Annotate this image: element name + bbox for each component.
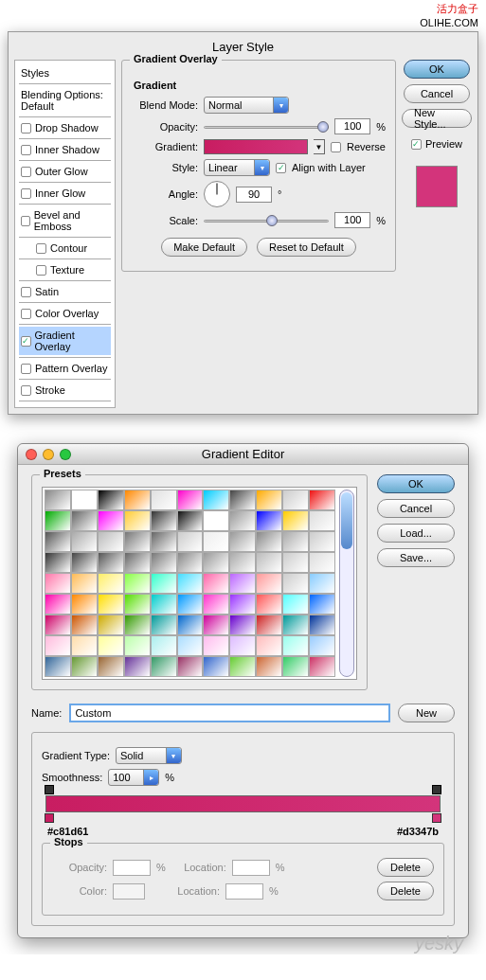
preset-thumb[interactable] [124, 573, 151, 594]
preset-thumb[interactable] [98, 510, 124, 531]
preset-thumb[interactable] [124, 594, 151, 615]
blending-options[interactable]: Blending Options: Default [19, 86, 111, 115]
preset-thumb[interactable] [203, 635, 229, 656]
checkbox[interactable] [36, 243, 46, 254]
style-item[interactable]: Inner Shadow [19, 141, 111, 158]
new-button[interactable]: New [398, 704, 455, 722]
preset-thumb[interactable] [71, 635, 98, 656]
preset-thumb[interactable] [282, 573, 309, 594]
preset-thumb[interactable] [151, 594, 177, 615]
checkbox[interactable] [21, 309, 31, 319]
preset-thumb[interactable] [256, 531, 282, 552]
preset-thumb[interactable] [309, 552, 335, 573]
delete-opacity-stop-button[interactable]: Delete [377, 858, 434, 877]
checkbox[interactable] [21, 364, 31, 374]
checkbox[interactable] [21, 167, 31, 177]
preset-thumb[interactable] [256, 573, 282, 594]
preset-thumb[interactable] [203, 531, 229, 552]
preset-thumb[interactable] [203, 615, 229, 635]
gradient-swatch[interactable] [204, 139, 308, 154]
preset-thumb[interactable] [98, 615, 124, 635]
preset-thumb[interactable] [229, 573, 256, 594]
preset-thumb[interactable] [98, 490, 124, 510]
preset-thumb[interactable] [282, 615, 309, 635]
preset-thumb[interactable] [71, 531, 98, 552]
preset-thumb[interactable] [203, 573, 229, 594]
preset-thumb[interactable] [256, 552, 282, 573]
preset-thumb[interactable] [177, 552, 204, 573]
preset-thumb[interactable] [151, 573, 177, 594]
preset-thumb[interactable] [229, 531, 256, 552]
preset-thumb[interactable] [309, 490, 335, 510]
ge-ok-button[interactable]: OK [377, 474, 455, 493]
color-stop-left[interactable] [45, 813, 54, 823]
style-item[interactable]: Inner Glow [19, 185, 111, 202]
preset-thumb[interactable] [256, 656, 282, 677]
style-item[interactable]: Outer Glow [19, 163, 111, 180]
preset-thumb[interactable] [309, 615, 335, 635]
preset-thumb[interactable] [309, 531, 335, 552]
new-style-button[interactable]: New Style... [402, 109, 472, 128]
preset-thumb[interactable] [309, 635, 335, 656]
preset-thumb[interactable] [309, 573, 335, 594]
style-item[interactable]: Bevel and Emboss [19, 206, 111, 235]
preset-thumb[interactable] [124, 490, 151, 510]
preset-thumb[interactable] [124, 510, 151, 531]
preset-thumb[interactable] [177, 656, 204, 677]
preset-thumb[interactable] [45, 552, 71, 573]
preset-thumb[interactable] [256, 635, 282, 656]
style-item[interactable]: Drop Shadow [19, 119, 111, 136]
preset-thumb[interactable] [177, 635, 204, 656]
preset-thumb[interactable] [71, 594, 98, 615]
preset-thumb[interactable] [256, 615, 282, 635]
preset-thumb[interactable] [98, 573, 124, 594]
stop-color-well[interactable] [113, 883, 145, 900]
preset-thumb[interactable] [203, 594, 229, 615]
preset-thumb[interactable] [309, 510, 335, 531]
preview-checkbox[interactable]: ✓ [411, 139, 422, 150]
preset-thumb[interactable] [282, 552, 309, 573]
preset-thumb[interactable] [45, 635, 71, 656]
opacity-stop-left[interactable] [45, 785, 54, 794]
gradient-dropdown[interactable]: ▼ [314, 139, 325, 154]
preset-thumb[interactable] [45, 490, 71, 510]
preset-thumb[interactable] [151, 490, 177, 510]
opacity-slider[interactable] [204, 120, 329, 134]
preset-thumb[interactable] [282, 510, 309, 531]
gradient-bar[interactable] [45, 795, 441, 812]
name-input[interactable]: Custom [69, 704, 390, 722]
preset-thumb[interactable] [151, 615, 177, 635]
opacity-value[interactable]: 100 [334, 118, 370, 134]
preset-thumb[interactable] [309, 594, 335, 615]
scale-value[interactable]: 100 [334, 212, 370, 228]
preset-thumb[interactable] [98, 656, 124, 677]
ge-cancel-button[interactable]: Cancel [377, 499, 455, 518]
ok-button[interactable]: OK [404, 60, 470, 79]
stop-opacity-field[interactable] [113, 860, 151, 876]
preset-thumb[interactable] [98, 594, 124, 615]
stop-location-field[interactable] [232, 860, 270, 876]
preset-thumb[interactable] [151, 656, 177, 677]
preset-thumb[interactable] [71, 615, 98, 635]
ge-save-button[interactable]: Save... [377, 548, 455, 567]
style-item[interactable]: Color Overlay [19, 305, 111, 322]
preset-thumb[interactable] [71, 573, 98, 594]
style-item[interactable]: Pattern Overlay [19, 360, 111, 377]
style-item[interactable]: Contour [19, 240, 111, 257]
preset-thumb[interactable] [203, 656, 229, 677]
preset-thumb[interactable] [124, 615, 151, 635]
preset-thumb[interactable] [229, 552, 256, 573]
checkbox[interactable] [21, 385, 31, 396]
blend-mode-select[interactable]: Normal▾ [204, 97, 289, 114]
preset-thumb[interactable] [124, 552, 151, 573]
opacity-stop-right[interactable] [432, 785, 441, 794]
preset-thumb[interactable] [177, 531, 204, 552]
align-checkbox[interactable]: ✓ [276, 163, 286, 173]
preset-thumb[interactable] [124, 656, 151, 677]
preset-thumb[interactable] [282, 656, 309, 677]
smooth-value[interactable]: 100▸ [108, 769, 159, 786]
style-item[interactable]: Texture [19, 261, 111, 278]
presets-scrollbar[interactable] [339, 490, 354, 677]
preset-thumb[interactable] [71, 656, 98, 677]
preset-thumb[interactable] [45, 573, 71, 594]
